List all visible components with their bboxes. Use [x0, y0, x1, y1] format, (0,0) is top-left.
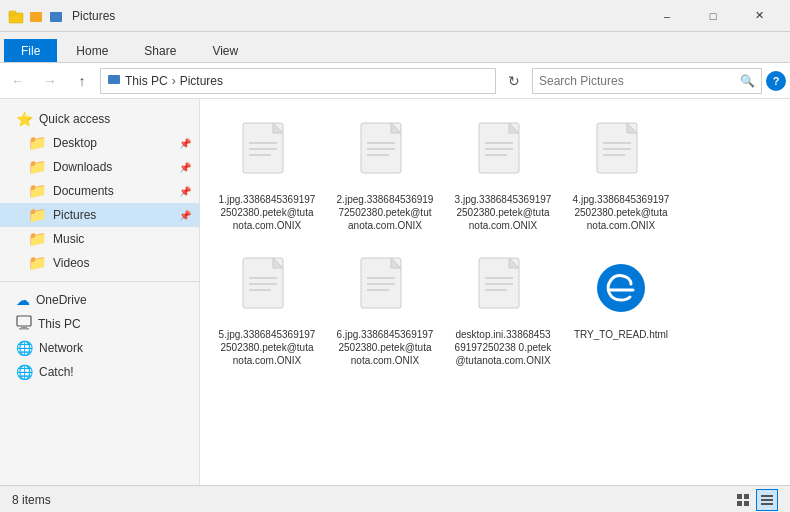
folder-icon-downloads: 📁 — [28, 158, 47, 176]
svg-rect-2 — [30, 12, 42, 22]
sidebar-label-quick-access: Quick access — [39, 112, 110, 126]
minimize-button[interactable]: – — [644, 0, 690, 32]
doc-file-icon — [471, 252, 535, 324]
catch-icon: 🌐 — [16, 364, 33, 380]
address-bar: ← → ↑ This PC › Pictures ↻ 🔍 ? — [0, 63, 790, 99]
svg-rect-5 — [17, 316, 31, 326]
file-item[interactable]: 5.jpg.33868453691972502380.petek@tutanot… — [212, 246, 322, 373]
ribbon: File Home Share View — [0, 32, 790, 63]
sidebar-label-documents: Documents — [53, 184, 114, 198]
svg-rect-1 — [9, 11, 16, 15]
file-item[interactable]: desktop.ini.3386845369197250238 0.petek@… — [448, 246, 558, 373]
item-count: 8 items — [12, 493, 51, 507]
path-thispc: This PC — [125, 74, 168, 88]
sidebar-label-desktop: Desktop — [53, 136, 97, 150]
sidebar-label-videos: Videos — [53, 256, 89, 270]
svg-rect-50 — [761, 503, 773, 505]
search-input[interactable] — [539, 74, 736, 88]
sidebar-divider — [0, 281, 199, 282]
close-button[interactable]: ✕ — [736, 0, 782, 32]
path-icon — [107, 72, 121, 89]
view-large-icons-button[interactable] — [732, 489, 754, 511]
svg-rect-45 — [744, 494, 749, 499]
sidebar-item-network[interactable]: 🌐 Network — [0, 336, 199, 360]
doc-file-icon — [353, 117, 417, 189]
doc-file-icon — [235, 252, 299, 324]
sidebar-item-music[interactable]: 📁 Music — [0, 227, 199, 251]
file-label: 5.jpg.33868453691972502380.petek@tutanot… — [218, 328, 316, 367]
file-item[interactable]: 6.jpg.33868453691972502380.petek@tutanot… — [330, 246, 440, 373]
window-icon — [8, 8, 24, 24]
sidebar-item-quick-access[interactable]: ⭐ Quick access — [0, 107, 199, 131]
search-box: 🔍 — [532, 68, 762, 94]
view-buttons — [732, 489, 778, 511]
folder-icon-pictures: 📁 — [28, 206, 47, 224]
file-area: 1.jpg.33868453691972502380.petek@tutanot… — [200, 99, 790, 485]
folder-icon-videos: 📁 — [28, 254, 47, 272]
title-icon-folder-yellow — [28, 8, 44, 24]
path-separator: › — [172, 74, 176, 88]
title-bar: Pictures – □ ✕ — [0, 0, 790, 32]
file-label: TRY_TO_READ.html — [574, 328, 668, 341]
svg-rect-47 — [744, 501, 749, 506]
tab-view[interactable]: View — [195, 39, 255, 62]
sidebar-item-downloads[interactable]: 📁 Downloads 📌 — [0, 155, 199, 179]
pin-icon-pictures: 📌 — [179, 210, 191, 221]
sidebar-label-pictures: Pictures — [53, 208, 96, 222]
doc-file-icon — [589, 117, 653, 189]
doc-file-icon — [471, 117, 535, 189]
file-item[interactable]: 3.jpg.33868453691972502380.petek@tutanot… — [448, 111, 558, 238]
sidebar-label-network: Network — [39, 341, 83, 355]
file-item[interactable]: 4.jpg.33868453691972502380.petek@tutanot… — [566, 111, 676, 238]
file-item[interactable]: 2.jpeg.33868453691972502380.petek@tutano… — [330, 111, 440, 238]
tab-file[interactable]: File — [4, 39, 57, 62]
help-button[interactable]: ? — [766, 71, 786, 91]
doc-file-icon — [353, 252, 417, 324]
file-label: 1.jpg.33868453691972502380.petek@tutanot… — [218, 193, 316, 232]
onedrive-icon: ☁ — [16, 292, 30, 308]
main-area: ⭐ Quick access 📁 Desktop 📌 📁 Downloads 📌… — [0, 99, 790, 485]
svg-rect-7 — [19, 328, 29, 330]
pin-icon-downloads: 📌 — [179, 162, 191, 173]
folder-icon-music: 📁 — [28, 230, 47, 248]
sidebar-label-onedrive: OneDrive — [36, 293, 87, 307]
refresh-button[interactable]: ↻ — [500, 67, 528, 95]
maximize-button[interactable]: □ — [690, 0, 736, 32]
file-item[interactable]: 1.jpg.33868453691972502380.petek@tutanot… — [212, 111, 322, 238]
file-item[interactable]: TRY_TO_READ.html — [566, 246, 676, 373]
tab-share[interactable]: Share — [127, 39, 193, 62]
title-icon-folder-blue — [48, 8, 64, 24]
sidebar-label-music: Music — [53, 232, 84, 246]
sidebar-item-catch[interactable]: 🌐 Catch! — [0, 360, 199, 384]
sidebar-label-catch: Catch! — [39, 365, 74, 379]
sidebar-label-thispc: This PC — [38, 317, 81, 331]
edge-file-icon — [589, 252, 653, 324]
sidebar-item-videos[interactable]: 📁 Videos — [0, 251, 199, 275]
folder-icon-desktop: 📁 — [28, 134, 47, 152]
doc-file-icon — [235, 117, 299, 189]
sidebar-item-onedrive[interactable]: ☁ OneDrive — [0, 288, 199, 312]
forward-button[interactable]: → — [36, 67, 64, 95]
file-label: 3.jpg.33868453691972502380.petek@tutanot… — [454, 193, 552, 232]
up-button[interactable]: ↑ — [68, 67, 96, 95]
status-bar: 8 items — [0, 485, 790, 512]
file-label: 4.jpg.33868453691972502380.petek@tutanot… — [572, 193, 670, 232]
tab-home[interactable]: Home — [59, 39, 125, 62]
file-label: desktop.ini.3386845369197250238 0.petek@… — [454, 328, 552, 367]
svg-rect-49 — [761, 499, 773, 501]
window-title: Pictures — [72, 9, 644, 23]
back-button[interactable]: ← — [4, 67, 32, 95]
sidebar-item-desktop[interactable]: 📁 Desktop 📌 — [0, 131, 199, 155]
network-icon: 🌐 — [16, 340, 33, 356]
sidebar-item-thispc[interactable]: This PC — [0, 312, 199, 336]
path-pictures: Pictures — [180, 74, 223, 88]
svg-rect-48 — [761, 495, 773, 497]
sidebar-item-pictures[interactable]: 📁 Pictures 📌 — [0, 203, 199, 227]
title-bar-icons — [8, 8, 64, 24]
address-path[interactable]: This PC › Pictures — [100, 68, 496, 94]
sidebar-item-documents[interactable]: 📁 Documents 📌 — [0, 179, 199, 203]
view-details-button[interactable] — [756, 489, 778, 511]
svg-rect-46 — [737, 501, 742, 506]
ribbon-tabs: File Home Share View — [0, 32, 790, 62]
search-icon: 🔍 — [740, 74, 755, 88]
